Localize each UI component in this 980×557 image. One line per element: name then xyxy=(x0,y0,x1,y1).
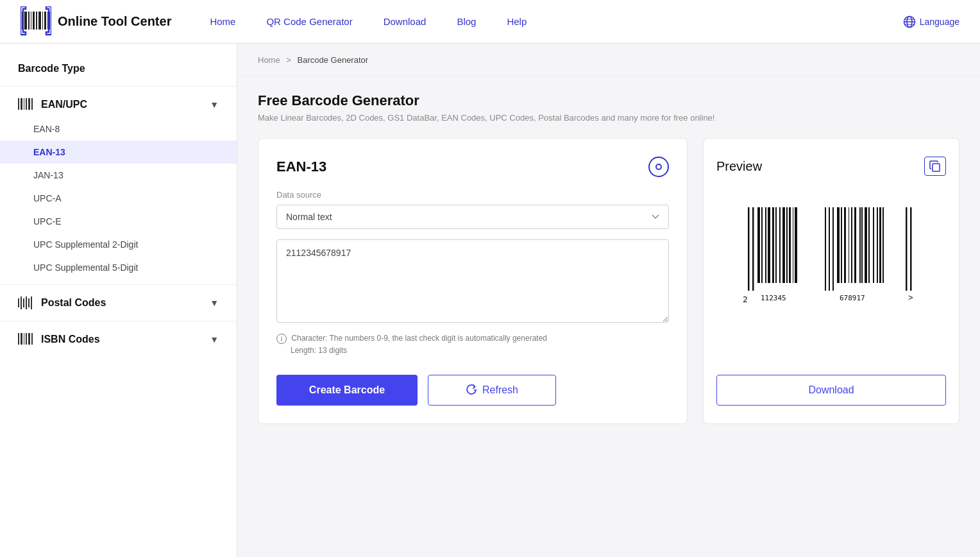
sidebar-section-ean-upc[interactable]: EAN/UPC ▼ xyxy=(0,92,237,117)
svg-rect-27 xyxy=(18,333,19,345)
svg-rect-1 xyxy=(24,12,27,30)
svg-rect-89 xyxy=(874,207,877,283)
sidebar-item-upca[interactable]: UPC-A xyxy=(0,187,237,210)
svg-rect-61 xyxy=(797,207,798,283)
download-button[interactable]: Download xyxy=(716,375,946,406)
svg-rect-8 xyxy=(44,12,46,30)
svg-rect-41 xyxy=(763,207,765,283)
svg-rect-28 xyxy=(21,333,22,345)
svg-rect-46 xyxy=(772,207,774,283)
svg-rect-21 xyxy=(18,298,19,307)
barcode-input[interactable]: 2112345678917 xyxy=(276,239,669,323)
svg-rect-49 xyxy=(777,207,779,283)
svg-rect-65 xyxy=(831,207,832,291)
svg-rect-45 xyxy=(770,207,772,283)
sidebar-item-ean13[interactable]: EAN-13 xyxy=(0,141,237,164)
refresh-label: Refresh xyxy=(482,384,518,396)
sidebar-item-ean8[interactable]: EAN-8 xyxy=(0,117,237,141)
sidebar-section-isbn[interactable]: ISBN Codes ▼ xyxy=(0,327,237,352)
svg-rect-18 xyxy=(26,98,27,110)
main-content: Home > Barcode Generator Free Barcode Ge… xyxy=(237,44,980,557)
nav-blog[interactable]: Blog xyxy=(457,16,476,27)
ean-upc-chevron: ▼ xyxy=(210,99,219,110)
svg-rect-2 xyxy=(28,12,30,30)
svg-rect-3 xyxy=(31,12,31,30)
nav-download[interactable]: Download xyxy=(384,16,427,27)
sidebar-divider-top xyxy=(0,86,237,87)
svg-rect-34 xyxy=(748,207,750,291)
refresh-icon xyxy=(466,384,477,396)
svg-rect-85 xyxy=(867,207,868,283)
page-subtitle: Make Linear Barcodes, 2D Codes, GS1 Data… xyxy=(258,113,959,123)
svg-rect-87 xyxy=(871,207,873,283)
svg-rect-82 xyxy=(861,207,863,283)
svg-rect-60 xyxy=(795,207,797,283)
refresh-button[interactable]: Refresh xyxy=(428,375,556,406)
svg-rect-72 xyxy=(844,207,846,283)
svg-rect-17 xyxy=(24,98,24,110)
svg-rect-35 xyxy=(751,207,753,291)
postal-chevron: ▼ xyxy=(210,298,219,308)
svg-text:678917: 678917 xyxy=(840,294,865,302)
svg-rect-43 xyxy=(766,207,768,283)
nav-qr-code-generator[interactable]: QR Code Generator xyxy=(266,16,352,27)
nav-home[interactable]: Home xyxy=(210,16,235,27)
data-source-label: Data source xyxy=(276,190,669,200)
preview-panel: Preview xyxy=(703,138,959,424)
breadcrumb-separator: > xyxy=(286,55,291,65)
breadcrumb-home[interactable]: Home xyxy=(258,55,280,65)
isbn-chevron: ▼ xyxy=(210,334,219,345)
svg-rect-76 xyxy=(851,207,852,283)
svg-rect-83 xyxy=(863,207,865,283)
sidebar-item-upc-sup5[interactable]: UPC Supplemental 5-Digit xyxy=(0,256,237,279)
nav-help[interactable]: Help xyxy=(507,16,527,27)
svg-text:2: 2 xyxy=(743,295,748,304)
breadcrumb-current: Barcode Generator xyxy=(298,55,369,65)
sidebar-divider-3 xyxy=(0,321,237,321)
svg-rect-97 xyxy=(910,207,912,291)
svg-rect-63 xyxy=(827,207,829,291)
copy-icon-button[interactable] xyxy=(924,157,946,176)
svg-rect-33 xyxy=(933,164,940,171)
copy-icon xyxy=(929,160,942,173)
sidebar-item-jan13[interactable]: JAN-13 xyxy=(0,164,237,187)
generator-layout: EAN-13 Data source Normal text CSV Datab… xyxy=(258,138,959,424)
svg-rect-59 xyxy=(793,207,795,283)
svg-rect-95 xyxy=(906,207,908,291)
svg-rect-42 xyxy=(765,207,766,283)
main-layout: Barcode Type EAN/UPC ▼ EAN-8 EAN-13 JAN-… xyxy=(0,44,980,557)
isbn-barcode-icon xyxy=(18,333,33,346)
svg-rect-6 xyxy=(38,12,41,30)
svg-rect-31 xyxy=(28,333,30,345)
svg-rect-78 xyxy=(854,207,856,283)
svg-rect-62 xyxy=(825,207,826,291)
hint-text: i Character: The numbers 0-9, the last c… xyxy=(276,332,669,357)
svg-rect-50 xyxy=(779,207,781,283)
hint-icon: i xyxy=(276,334,287,344)
svg-rect-29 xyxy=(24,333,24,345)
ean-upc-items: EAN-8 EAN-13 JAN-13 UPC-A UPC-E UPC Supp… xyxy=(0,117,237,279)
hint-length: Length: 13 digits xyxy=(291,346,347,355)
svg-rect-92 xyxy=(879,207,881,283)
data-source-select[interactable]: Normal text CSV Database xyxy=(276,205,669,229)
sidebar: Barcode Type EAN/UPC ▼ EAN-8 EAN-13 JAN-… xyxy=(0,44,237,557)
sidebar-item-upce[interactable]: UPC-E xyxy=(0,210,237,233)
language-label: Language xyxy=(920,17,959,27)
logo-text: Online Tool Center xyxy=(58,14,171,29)
language-selector[interactable]: Language xyxy=(903,15,959,28)
svg-rect-53 xyxy=(785,207,786,283)
svg-rect-38 xyxy=(757,207,760,283)
header: Online Tool Center Home QR Code Generato… xyxy=(0,0,980,44)
postal-barcode-icon xyxy=(18,296,33,309)
page-title: Free Barcode Generator xyxy=(258,92,959,109)
svg-rect-48 xyxy=(775,207,777,283)
sidebar-item-upc-sup2[interactable]: UPC Supplemental 2-Digit xyxy=(0,233,237,256)
create-barcode-button[interactable]: Create Barcode xyxy=(276,375,418,406)
svg-rect-24 xyxy=(26,296,27,309)
svg-rect-58 xyxy=(793,207,793,283)
svg-rect-75 xyxy=(850,207,851,283)
sidebar-section-postal[interactable]: Postal Codes ▼ xyxy=(0,290,237,316)
svg-rect-91 xyxy=(879,207,879,283)
svg-rect-94 xyxy=(883,207,884,283)
preview-header: Preview xyxy=(716,157,946,176)
